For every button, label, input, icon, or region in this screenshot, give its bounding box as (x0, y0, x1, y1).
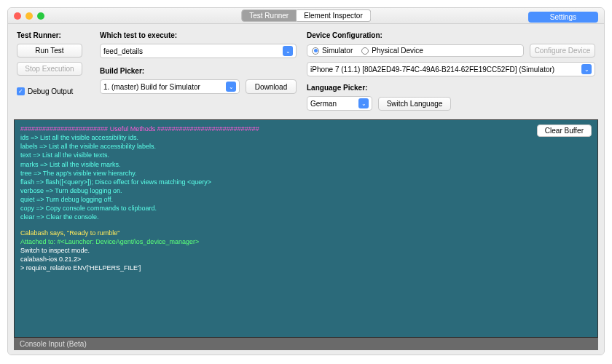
build-picker-value: 1. (master) Build for Simulator (103, 83, 200, 91)
console-line: verbose => Turn debug logging on. (20, 186, 592, 195)
console-area: Clear Buffer ######################## Us… (8, 119, 604, 355)
debug-output-row[interactable]: ✓ Debug Output (17, 87, 90, 95)
build-picker-select[interactable]: 1. (master) Build for Simulator ⌄ (100, 79, 240, 94)
download-button[interactable]: Download (246, 79, 297, 94)
physical-label: Physical Device (372, 47, 423, 55)
checkbox-checked-icon: ✓ (17, 87, 25, 95)
console-line: flash => flash([<query>]); Disco effect … (20, 178, 592, 186)
chevron-down-icon: ⌄ (226, 82, 236, 92)
which-test-select[interactable]: feed_details ⌄ (100, 44, 297, 58)
console-line: ######################## Useful Methods … (20, 124, 592, 133)
console-command: > require_relative ENV['HELPERS_FILE'] (20, 264, 592, 272)
run-test-button[interactable]: Run Test (17, 44, 82, 58)
test-column: Which test to execute: feed_details ⌄ Bu… (100, 31, 297, 111)
console-input[interactable]: Console Input (Beta) (14, 338, 598, 350)
device-select[interactable]: iPhone 7 (11.1) [80A2ED49-7F4C-49A6-B214… (307, 62, 595, 76)
app-window: Test Runner Element Inspector Settings T… (7, 7, 605, 355)
console-line: labels => List all the visible accessibi… (20, 142, 592, 151)
tab-test-runner[interactable]: Test Runner (241, 9, 297, 22)
configure-device-button[interactable]: Configure Device (530, 44, 595, 58)
stop-execution-button[interactable]: Stop Execution (17, 62, 82, 76)
minimize-icon[interactable] (26, 12, 33, 20)
console-line: text => List all the visible texts. (20, 151, 592, 159)
runner-column: Test Runner: Run Test Stop Execution ✓ D… (17, 31, 90, 111)
console-line: marks => List all the visible marks. (20, 160, 592, 169)
console-line: tree => The app's visible view hierarchy… (20, 169, 592, 178)
console-prompt: calabash-ios 0.21.2> (20, 255, 592, 264)
tab-element-inspector[interactable]: Element Inspector (297, 9, 371, 22)
titlebar: Test Runner Element Inspector Settings (8, 8, 604, 24)
device-select-value: iPhone 7 (11.1) [80A2ED49-7F4C-49A6-B214… (310, 66, 554, 74)
device-type-radio-group: Simulator Physical Device (307, 44, 524, 57)
config-panel: Test Runner: Run Test Stop Execution ✓ D… (8, 24, 604, 119)
build-picker-label: Build Picker: (100, 67, 297, 75)
clear-buffer-button[interactable]: Clear Buffer (537, 124, 592, 137)
console-output: Clear Buffer ######################## Us… (14, 119, 598, 338)
maximize-icon[interactable] (37, 12, 44, 20)
language-picker-label: Language Picker: (307, 84, 595, 92)
simulator-label: Simulator (322, 47, 353, 55)
switch-language-button[interactable]: Switch Language (378, 97, 451, 111)
which-test-value: feed_details (103, 47, 143, 55)
chevron-down-icon: ⌄ (358, 98, 369, 108)
tab-switcher: Test Runner Element Inspector (241, 9, 371, 22)
console-line: clear => Clear the console. (20, 213, 592, 221)
language-value: German (310, 100, 337, 108)
chevron-down-icon: ⌄ (283, 46, 293, 56)
console-line: Calabash says, "Ready to rumble" (20, 229, 592, 237)
traffic-lights (14, 12, 44, 20)
debug-output-label: Debug Output (28, 87, 73, 95)
runner-header: Test Runner: (17, 31, 90, 39)
radio-physical[interactable] (361, 47, 369, 55)
console-line: ids => List all the visible accessibilit… (20, 133, 592, 142)
console-line: Attached to: #<Launcher: DeviceAgent/ios… (20, 237, 592, 246)
close-icon[interactable] (14, 12, 21, 20)
which-test-label: Which test to execute: (100, 31, 297, 39)
console-line: quiet => Turn debug logging off. (20, 195, 592, 204)
console-line: copy => Copy console commands to clipboa… (20, 204, 592, 213)
console-line: Switch to inspect mode. (20, 246, 592, 255)
language-select[interactable]: German ⌄ (307, 96, 372, 111)
device-column: Device Configuration: Simulator Physical… (307, 31, 595, 111)
device-config-label: Device Configuration: (307, 31, 595, 39)
radio-simulator[interactable] (312, 47, 319, 55)
settings-button[interactable]: Settings (528, 12, 598, 23)
chevron-down-icon: ⌄ (581, 64, 592, 74)
